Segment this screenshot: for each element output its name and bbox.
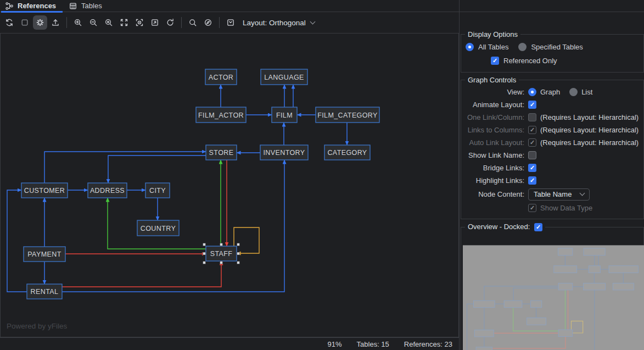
table-node-film[interactable]: FILM xyxy=(272,107,297,123)
bridge-links-label: Bridge Links: xyxy=(464,164,524,172)
table-node-label: FILM_ACTOR xyxy=(198,112,244,119)
one-link-column-label: One Link/Column: xyxy=(464,113,524,121)
table-node-staff[interactable]: STAFF xyxy=(206,246,237,261)
relayout-icon[interactable] xyxy=(163,15,177,30)
overview-minimap[interactable] xyxy=(463,245,644,350)
table-node-country[interactable]: COUNTRY xyxy=(137,220,179,236)
table-node-label: COUNTRY xyxy=(141,225,176,232)
search-icon[interactable] xyxy=(186,15,200,30)
table-node-address xyxy=(504,301,522,307)
table-node-store[interactable]: STORE xyxy=(206,145,237,160)
diagram-canvas[interactable]: ACTORLANGUAGEFILM_ACTORFILMFILM_CATEGORY… xyxy=(0,33,459,337)
zoom-out-icon[interactable] xyxy=(86,15,100,30)
table-node-inventory xyxy=(584,283,606,290)
auto-link-layout-checkbox[interactable] xyxy=(528,138,536,147)
table-node-actor[interactable]: ACTOR xyxy=(205,69,237,85)
show-data-type-checkbox[interactable] xyxy=(528,204,536,212)
reference-edge-staff-staff xyxy=(572,321,583,333)
table-node-label: CITY xyxy=(149,187,166,195)
specified-tables-radio[interactable] xyxy=(518,43,527,51)
table-node-payment[interactable]: PAYMENT xyxy=(24,247,65,262)
node-content-select[interactable]: Table Name xyxy=(528,188,590,201)
table-node-rental[interactable]: RENTAL xyxy=(27,284,62,299)
selection-handle[interactable] xyxy=(220,243,223,246)
yfiles-watermark: Powered by yFiles xyxy=(7,322,67,330)
row-auto-link-layout: Auto Link Layout:(Requires Layout: Hiera… xyxy=(464,136,643,149)
links-to-columns-checkbox[interactable] xyxy=(528,126,536,134)
refresh-icon[interactable] xyxy=(2,15,16,30)
selection-handle[interactable] xyxy=(237,243,240,246)
reference-edge-rental-staff[interactable] xyxy=(62,261,221,287)
links-to-columns-note: (Requires Layout: Hierarchical) xyxy=(540,126,639,134)
zoom-in-icon[interactable] xyxy=(71,15,85,30)
show-link-name-label: Show Link Name: xyxy=(464,151,524,159)
reference-edge-staff-staff[interactable] xyxy=(234,227,259,253)
table-node-customer[interactable]: CUSTOMER xyxy=(21,183,68,198)
table-node-country xyxy=(527,318,546,325)
reference-edge-store-address[interactable] xyxy=(108,155,206,183)
animate-layout-label: Animate Layout: xyxy=(464,101,524,109)
table-node-label: CATEGORY xyxy=(327,149,367,157)
display-options-title: Display Options xyxy=(465,30,520,38)
selection-handle[interactable] xyxy=(203,262,206,264)
table-node-film_actor[interactable]: FILM_ACTOR xyxy=(196,107,246,123)
graph-controls-rows: Animate Layout:One Link/Column:(Requires… xyxy=(464,98,643,187)
show-link-name-checkbox[interactable] xyxy=(528,151,536,159)
center-focus-icon[interactable] xyxy=(132,15,147,30)
selection-handle[interactable] xyxy=(203,252,206,255)
overview-legend: Overview - Docked: xyxy=(465,223,545,231)
row-one-link-column: One Link/Column:(Requires Layout: Hierar… xyxy=(464,111,643,124)
table-node-film_actor xyxy=(554,266,577,273)
zoom-level: 91% xyxy=(328,340,342,348)
table-node-inventory[interactable]: INVENTORY xyxy=(260,145,308,160)
stop-icon[interactable] xyxy=(18,15,32,30)
dock-icon[interactable] xyxy=(223,15,238,30)
bridge-links-checkbox[interactable] xyxy=(528,164,536,172)
zoom-reset-icon[interactable] xyxy=(102,15,116,30)
layout-dropdown[interactable]: Layout: Orthogonal xyxy=(243,19,315,27)
view-list-radio[interactable] xyxy=(569,88,578,96)
table-node-address[interactable]: ADDRESS xyxy=(88,183,127,198)
auto-link-layout-label: Auto Link Layout: xyxy=(464,138,524,147)
one-link-column-checkbox[interactable] xyxy=(528,113,536,121)
table-node-film_category[interactable]: FILM_CATEGORY xyxy=(316,107,379,123)
tab-tables-label: Tables xyxy=(81,2,102,10)
all-tables-label: All Tables xyxy=(478,43,508,51)
status-bar: 91% Tables: 15 References: 23 xyxy=(0,337,459,350)
selection-handle[interactable] xyxy=(237,252,240,255)
row-bridge-links: Bridge Links: xyxy=(464,162,643,174)
reference-edge-store-address xyxy=(513,288,558,301)
specified-tables-label: Specified Tables xyxy=(531,43,583,51)
highlight-links-checkbox[interactable] xyxy=(528,176,536,185)
table-node-label: INVENTORY xyxy=(263,149,305,157)
references-diagram-window: References Tables Layout: Orthogonal ACT… xyxy=(0,0,644,350)
export-icon[interactable] xyxy=(48,15,63,30)
tab-tables[interactable]: Tables xyxy=(64,0,110,12)
overview-docked-checkbox[interactable] xyxy=(534,223,542,231)
open-in-window-icon[interactable] xyxy=(148,15,162,30)
selection-handle[interactable] xyxy=(220,262,223,264)
table-node-film xyxy=(589,266,600,273)
view-list-label: List xyxy=(581,88,592,96)
display-options-group: Display Options All Tables Specified Tab… xyxy=(461,30,644,73)
all-tables-radio[interactable] xyxy=(466,43,474,51)
selection-handle[interactable] xyxy=(237,262,240,264)
table-node-category[interactable]: CATEGORY xyxy=(324,145,370,160)
node-content-label: Node Content: xyxy=(464,190,524,198)
entity-graph[interactable]: ACTORLANGUAGEFILM_ACTORFILMFILM_CATEGORY… xyxy=(1,34,458,336)
view-graph-radio[interactable] xyxy=(528,88,536,96)
fit-content-icon[interactable] xyxy=(117,15,131,30)
view-row: View: Graph List xyxy=(464,86,643,98)
settings-icon[interactable] xyxy=(33,15,47,30)
animate-layout-checkbox[interactable] xyxy=(528,101,536,109)
table-node-language[interactable]: LANGUAGE xyxy=(261,69,307,85)
tab-references[interactable]: References xyxy=(0,0,64,12)
reference-edge-rental-customer[interactable] xyxy=(7,190,27,292)
selection-handle[interactable] xyxy=(203,243,206,246)
table-node-city[interactable]: CITY xyxy=(145,183,170,198)
referenced-only-checkbox[interactable] xyxy=(491,57,499,65)
row-links-to-columns: Links to Columns:(Requires Layout: Hiera… xyxy=(464,124,643,136)
node-content-value: Table Name xyxy=(534,190,572,198)
reference-edge-customer-store[interactable] xyxy=(44,152,206,183)
compass-icon[interactable] xyxy=(201,15,215,30)
